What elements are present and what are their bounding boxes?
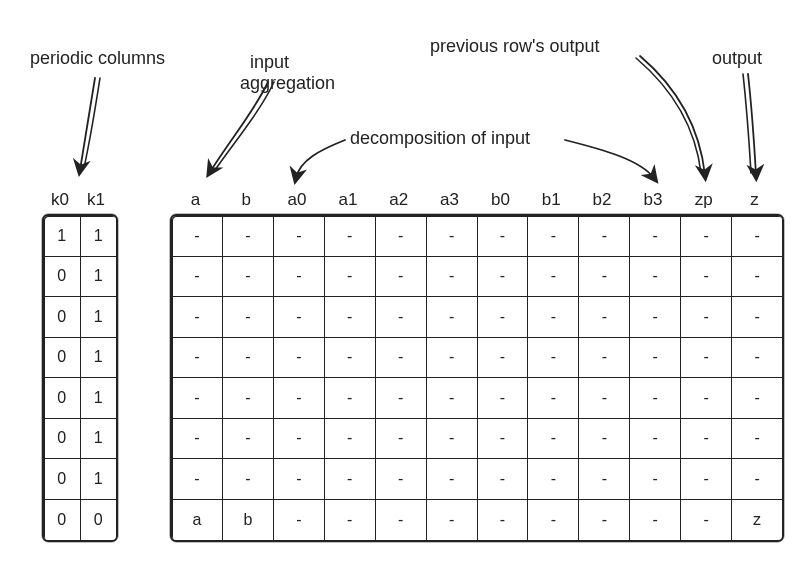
label-text: periodic columns bbox=[30, 48, 165, 68]
column-header: a1 bbox=[338, 190, 357, 210]
table-cell: - bbox=[478, 338, 529, 378]
table-cell: - bbox=[223, 297, 274, 337]
table-cell: 0 bbox=[44, 378, 81, 418]
table-cell: - bbox=[630, 500, 681, 541]
table-cell: - bbox=[528, 500, 579, 541]
table-cell: - bbox=[681, 216, 732, 256]
table-cell: - bbox=[528, 297, 579, 337]
table-cell: - bbox=[172, 257, 223, 297]
table-cell: 0 bbox=[81, 500, 117, 541]
table-row: 01 bbox=[44, 257, 116, 298]
table-cell: - bbox=[732, 459, 782, 499]
table-cell: - bbox=[732, 419, 782, 459]
table-cell: - bbox=[325, 459, 376, 499]
table-cell: - bbox=[376, 257, 427, 297]
table-cell: - bbox=[681, 297, 732, 337]
table-cell: 1 bbox=[81, 216, 117, 256]
table-cell: - bbox=[223, 338, 274, 378]
table-cell: 0 bbox=[44, 419, 81, 459]
table-row: ab---------z bbox=[172, 500, 782, 541]
table-cell: - bbox=[732, 216, 782, 256]
table-cell: - bbox=[274, 297, 325, 337]
column-header: k0 bbox=[51, 190, 69, 210]
column-header: b bbox=[242, 190, 251, 210]
table-cell: - bbox=[579, 500, 630, 541]
table-cell: 0 bbox=[44, 500, 81, 541]
table-cell: - bbox=[579, 216, 630, 256]
table-cell: - bbox=[274, 419, 325, 459]
table-cell: 1 bbox=[81, 338, 117, 378]
table-cell: - bbox=[274, 500, 325, 541]
table-cell: - bbox=[630, 419, 681, 459]
table-cell: - bbox=[528, 419, 579, 459]
table-cell: - bbox=[274, 338, 325, 378]
column-header: b0 bbox=[491, 190, 510, 210]
column-header: a0 bbox=[288, 190, 307, 210]
column-header: a2 bbox=[389, 190, 408, 210]
table-cell: - bbox=[478, 216, 529, 256]
table-cell: b bbox=[223, 500, 274, 541]
table-cell: - bbox=[681, 459, 732, 499]
table-row: 00 bbox=[44, 500, 116, 541]
table-cell: - bbox=[528, 338, 579, 378]
table-cell: - bbox=[630, 338, 681, 378]
table-cell: - bbox=[681, 338, 732, 378]
column-header: b3 bbox=[643, 190, 662, 210]
table-cell: - bbox=[630, 378, 681, 418]
right-table: ----------------------------------------… bbox=[170, 214, 784, 542]
table-cell: - bbox=[579, 419, 630, 459]
table-cell: - bbox=[376, 297, 427, 337]
table-cell: - bbox=[427, 297, 478, 337]
right-table-rows: ----------------------------------------… bbox=[172, 216, 782, 540]
table-cell: - bbox=[172, 378, 223, 418]
table-cell: - bbox=[274, 459, 325, 499]
table-cell: 1 bbox=[81, 297, 117, 337]
table-cell: - bbox=[528, 257, 579, 297]
table-cell: - bbox=[376, 419, 427, 459]
table-cell: - bbox=[478, 297, 529, 337]
column-header: a bbox=[191, 190, 200, 210]
left-table-rows: 1101010101010100 bbox=[44, 216, 116, 540]
table-cell: - bbox=[376, 459, 427, 499]
column-header: b2 bbox=[593, 190, 612, 210]
label-output: output bbox=[712, 48, 762, 70]
table-cell: 0 bbox=[44, 459, 81, 499]
column-header: k1 bbox=[87, 190, 105, 210]
table-cell: 1 bbox=[44, 216, 81, 256]
table-cell: - bbox=[172, 297, 223, 337]
table-cell: - bbox=[681, 500, 732, 541]
table-cell: - bbox=[528, 459, 579, 499]
table-cell: - bbox=[325, 500, 376, 541]
table-cell: - bbox=[427, 338, 478, 378]
table-cell: - bbox=[223, 257, 274, 297]
table-row: ------------ bbox=[172, 257, 782, 298]
table-cell: - bbox=[274, 378, 325, 418]
table-row: ------------ bbox=[172, 419, 782, 460]
label-periodic-columns: periodic columns bbox=[30, 48, 165, 70]
table-cell: 0 bbox=[44, 297, 81, 337]
table-cell: - bbox=[325, 216, 376, 256]
table-cell: 1 bbox=[81, 419, 117, 459]
table-cell: - bbox=[376, 338, 427, 378]
table-row: 01 bbox=[44, 297, 116, 338]
table-row: 11 bbox=[44, 216, 116, 257]
table-cell: - bbox=[579, 257, 630, 297]
label-text: input aggregation bbox=[240, 52, 335, 94]
table-cell: - bbox=[427, 419, 478, 459]
table-cell: - bbox=[478, 500, 529, 541]
table-cell: - bbox=[223, 378, 274, 418]
label-text: output bbox=[712, 48, 762, 68]
left-table: 1101010101010100 bbox=[42, 214, 118, 542]
table-cell: - bbox=[223, 419, 274, 459]
table-cell: - bbox=[630, 257, 681, 297]
table-cell: - bbox=[427, 216, 478, 256]
table-row: 01 bbox=[44, 459, 116, 500]
table-row: ------------ bbox=[172, 297, 782, 338]
table-cell: - bbox=[732, 257, 782, 297]
label-text: decomposition of input bbox=[350, 128, 530, 148]
label-text: previous row's output bbox=[430, 36, 600, 56]
table-cell: - bbox=[579, 378, 630, 418]
label-decomposition-of-input: decomposition of input bbox=[350, 128, 530, 150]
table-cell: - bbox=[325, 419, 376, 459]
table-cell: 1 bbox=[81, 459, 117, 499]
